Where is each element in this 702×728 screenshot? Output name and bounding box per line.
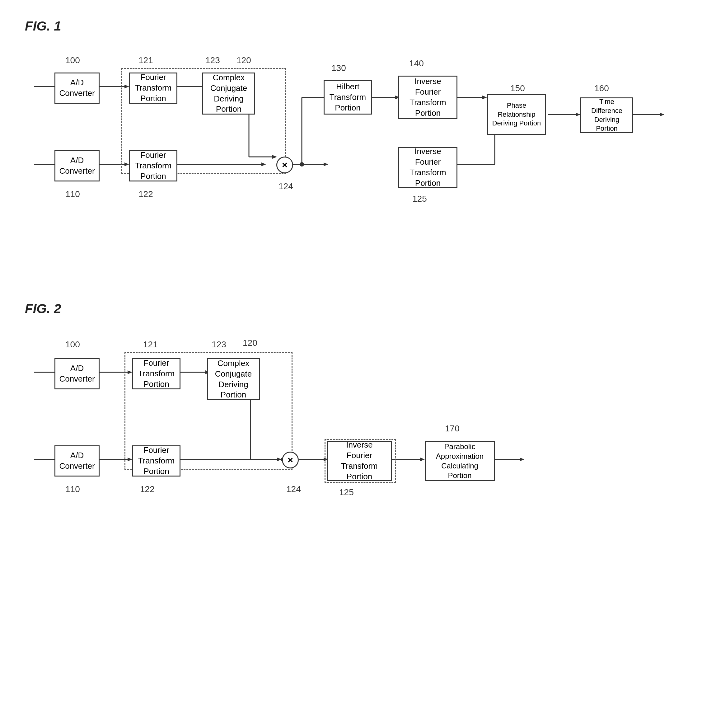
fig1-phase-block: Phase Relationship Deriving Portion bbox=[487, 94, 546, 135]
fig1-diagram: A/D Converter A/D Converter Fourier Tran… bbox=[25, 46, 677, 239]
fig1-ref-121: 121 bbox=[139, 55, 153, 65]
fig2-ref-110: 110 bbox=[65, 484, 80, 494]
fig1-ref-100: 100 bbox=[65, 55, 80, 65]
svg-marker-21 bbox=[324, 162, 328, 166]
fig2-adc2-block: A/D Converter bbox=[55, 445, 100, 477]
fig1-ref-120: 120 bbox=[237, 55, 251, 65]
fig1-ftp2-block: Fourier Transform Portion bbox=[129, 150, 178, 182]
fig1-adc1-block: A/D Converter bbox=[55, 72, 100, 104]
page: FIG. 1 bbox=[0, 0, 702, 728]
fig1-ref-125: 125 bbox=[412, 194, 427, 204]
fig2-ccdp-block: Complex Conjugate Deriving Portion bbox=[207, 358, 260, 400]
svg-marker-25 bbox=[482, 95, 487, 99]
fig2-adc1-block: A/D Converter bbox=[55, 358, 100, 389]
fig1-iftp2-block: Inverse Fourier Transform Portion bbox=[398, 147, 458, 188]
fig1-ref-130: 130 bbox=[331, 63, 346, 73]
fig1-ccdp-block: Complex Conjugate Deriving Portion bbox=[202, 72, 255, 114]
fig1-adc2-block: A/D Converter bbox=[55, 150, 100, 182]
fig1-ref-124: 124 bbox=[279, 182, 293, 191]
svg-marker-53 bbox=[520, 458, 524, 461]
fig2-ftp1-block: Fourier Transform Portion bbox=[132, 358, 181, 389]
fig1-hilbert-block: Hilbert Transform Portion bbox=[324, 80, 372, 114]
fig2-ref-120: 120 bbox=[243, 338, 257, 348]
fig1-timediff-block: Time Difference Deriving Portion bbox=[580, 97, 633, 133]
svg-marker-32 bbox=[660, 113, 664, 116]
fig2-ftp2-block: Fourier Transform Portion bbox=[132, 445, 181, 477]
fig2-ref-170: 170 bbox=[445, 423, 459, 433]
fig2-ref-121: 121 bbox=[143, 339, 158, 350]
fig2-ref-123: 123 bbox=[212, 339, 226, 350]
fig1-ftp1-block: Fourier Transform Portion bbox=[129, 72, 178, 104]
fig1-ref-160: 160 bbox=[594, 84, 609, 93]
fig2-ref-125: 125 bbox=[339, 487, 354, 497]
fig2-ref-100: 100 bbox=[65, 339, 80, 350]
fig2-ref-122: 122 bbox=[140, 484, 155, 494]
fig2-iftp-block: Inverse Fourier Transform Portion bbox=[327, 441, 392, 481]
fig1-ref-150: 150 bbox=[510, 84, 525, 93]
fig1-multiply-circle: × bbox=[276, 156, 293, 173]
fig1-label: FIG. 1 bbox=[25, 19, 677, 34]
svg-marker-30 bbox=[576, 113, 580, 116]
fig2-multiply-circle: × bbox=[282, 452, 299, 468]
fig1-ref-123: 123 bbox=[205, 55, 220, 65]
fig1-ref-122: 122 bbox=[139, 189, 153, 199]
fig2-parabolic-block: Parabolic Approximation Calculating Port… bbox=[425, 441, 495, 481]
fig1-ref-110: 110 bbox=[65, 189, 80, 199]
fig2-ref-124: 124 bbox=[286, 484, 301, 494]
fig2-label: FIG. 2 bbox=[25, 301, 677, 316]
svg-point-16 bbox=[300, 162, 304, 166]
fig2-diagram: A/D Converter A/D Converter Fourier Tran… bbox=[25, 329, 677, 553]
svg-marker-51 bbox=[420, 458, 425, 461]
fig1-ref-140: 140 bbox=[409, 59, 424, 68]
fig1-iftp1-block: Inverse Fourier Transform Portion bbox=[398, 76, 458, 119]
